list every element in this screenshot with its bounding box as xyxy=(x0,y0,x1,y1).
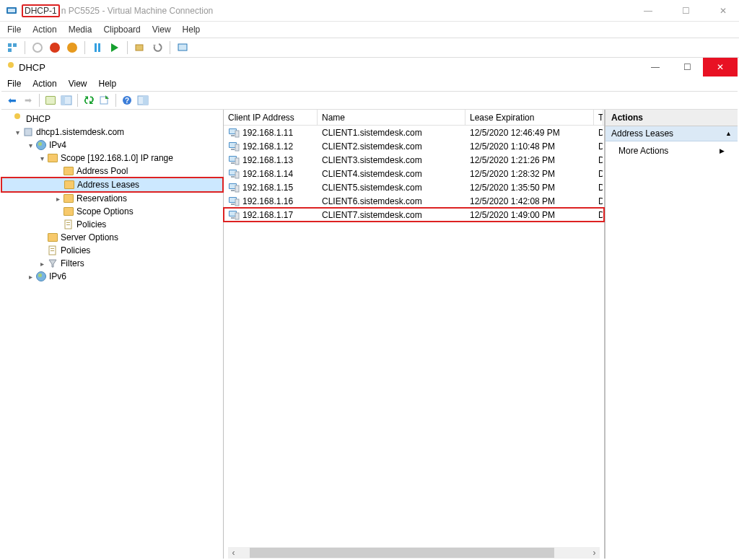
tree-filters[interactable]: ▸Filters xyxy=(1,257,223,270)
svg-rect-28 xyxy=(235,144,239,151)
vm-app-icon xyxy=(6,5,17,17)
start-gray-icon[interactable] xyxy=(31,41,44,54)
dhcp-menu-action[interactable]: Action xyxy=(32,79,56,89)
ctrl-alt-del-icon[interactable] xyxy=(6,41,19,54)
dhcp-window: DHCP — ☐ ✕ File Action View Help ⬅ ➡ 🗘 ?… xyxy=(1,58,738,559)
lease-ip: 192.168.1.16 xyxy=(242,196,293,206)
pause-icon[interactable] xyxy=(91,41,104,54)
tree-scope-policies[interactable]: Policies xyxy=(1,218,223,231)
tree-ipv4[interactable]: ▾IPv4 xyxy=(1,139,223,152)
list-panel: Client IP Address Name Lease Expiration … xyxy=(224,110,605,559)
up-icon[interactable] xyxy=(44,94,57,107)
column-header-trunc[interactable]: T xyxy=(594,110,603,125)
actions-subheader[interactable]: Address Leases ▲ xyxy=(605,126,738,141)
actions-more-label: More Actions xyxy=(618,146,668,156)
turnoff-icon[interactable] xyxy=(48,41,61,54)
scroll-left-icon[interactable]: ‹ xyxy=(228,548,239,558)
svg-rect-35 xyxy=(231,176,235,178)
tree-scope-options-label: Scope Options xyxy=(76,206,134,216)
svg-rect-47 xyxy=(231,217,235,219)
dhcp-menu-file[interactable]: File xyxy=(7,79,21,89)
dhcp-menubar: File Action View Help xyxy=(1,76,738,91)
tree-reservations-label: Reservations xyxy=(76,193,127,204)
refresh-icon[interactable]: 🗘 xyxy=(82,94,95,107)
lease-row[interactable]: 192.168.1.16CLIENT6.sistemdesk.com12/5/2… xyxy=(224,194,604,208)
lease-ip: 192.168.1.12 xyxy=(242,141,293,152)
dhcp-toolbar: ⬅ ➡ 🗘 ? xyxy=(1,91,738,110)
dhcp-menu-view[interactable]: View xyxy=(69,79,87,89)
tree-server-options[interactable]: Server Options xyxy=(1,231,223,244)
lease-expiration: 12/5/2020 12:46:49 PM xyxy=(470,128,560,138)
tree-policies-label: Policies xyxy=(61,245,90,255)
svg-rect-40 xyxy=(235,185,239,192)
shutdown-icon[interactable] xyxy=(66,41,79,54)
column-header-ip[interactable]: Client IP Address xyxy=(224,110,318,125)
svg-rect-4 xyxy=(8,48,12,52)
lease-ip: 192.168.1.14 xyxy=(242,169,293,179)
vm-menu-media[interactable]: Media xyxy=(69,25,92,35)
scroll-thumb[interactable] xyxy=(250,548,554,558)
computer-icon xyxy=(228,183,240,193)
vm-menu-view[interactable]: View xyxy=(152,25,171,35)
vm-close-button[interactable]: ✕ xyxy=(713,6,733,16)
vm-menu-action[interactable]: Action xyxy=(32,25,56,35)
tree-reservations[interactable]: ▸Reservations xyxy=(1,192,223,205)
vm-maximize-button[interactable]: ☐ xyxy=(675,6,696,16)
lease-name: CLIENT1.sistemdesk.com xyxy=(322,128,422,138)
scroll-right-icon[interactable]: › xyxy=(589,548,600,558)
checkpoint-icon[interactable] xyxy=(134,41,147,54)
tree-scope-options[interactable]: Scope Options xyxy=(1,205,223,218)
column-header-lease[interactable]: Lease Expiration xyxy=(465,110,594,125)
lease-end-trunc: D xyxy=(598,155,603,165)
vm-menu-file[interactable]: File xyxy=(7,25,21,35)
forward-icon[interactable]: ➡ xyxy=(22,94,35,107)
properties-icon[interactable] xyxy=(136,94,149,107)
vm-minimize-button[interactable]: — xyxy=(638,6,658,16)
vm-title-rest: n PC5525 - Virtual Machine Connection xyxy=(61,6,214,16)
tree-policies[interactable]: Policies xyxy=(1,244,223,257)
tree-root-dhcp[interactable]: DHCP xyxy=(1,113,223,126)
tree-address-leases[interactable]: Address Leases xyxy=(1,178,223,192)
horizontal-scrollbar[interactable]: ‹ › xyxy=(228,547,600,559)
tree-scope[interactable]: ▾Scope [192.168.1.0] IP range xyxy=(1,152,223,165)
dhcp-maximize-button[interactable]: ☐ xyxy=(671,58,703,76)
help-icon[interactable]: ? xyxy=(121,94,134,107)
revert-icon[interactable] xyxy=(151,41,164,54)
dhcp-menu-help[interactable]: Help xyxy=(99,79,117,89)
lease-row[interactable]: 192.168.1.12CLIENT2.sistemdesk.com12/5/2… xyxy=(224,139,604,153)
lease-row[interactable]: 192.168.1.14CLIENT4.sistemdesk.com12/5/2… xyxy=(224,167,604,180)
svg-rect-6 xyxy=(178,44,187,51)
list-header: Client IP Address Name Lease Expiration … xyxy=(224,110,604,126)
show-hide-tree-icon[interactable] xyxy=(60,94,73,107)
lease-expiration: 12/5/2020 1:49:00 PM xyxy=(470,210,555,220)
dhcp-minimize-button[interactable]: — xyxy=(639,58,671,76)
lease-row[interactable]: 192.168.1.15CLIENT5.sistemdesk.com12/5/2… xyxy=(224,180,604,194)
actions-panel: Actions Address Leases ▲ More Actions ▶ xyxy=(605,110,738,559)
svg-rect-27 xyxy=(231,149,235,150)
svg-rect-44 xyxy=(235,199,239,206)
column-header-name[interactable]: Name xyxy=(318,110,465,125)
actions-more[interactable]: More Actions ▶ xyxy=(605,141,738,160)
back-icon[interactable]: ⬅ xyxy=(6,94,19,107)
tree-address-pool-label: Address Pool xyxy=(76,166,128,176)
computer-icon xyxy=(228,210,240,220)
lease-row[interactable]: 192.168.1.13CLIENT3.sistemdesk.com12/5/2… xyxy=(224,153,604,167)
tree-ipv6[interactable]: ▸IPv6 xyxy=(1,270,223,283)
vm-menu-help[interactable]: Help xyxy=(183,25,201,35)
svg-rect-5 xyxy=(136,45,143,51)
export-list-icon[interactable] xyxy=(98,94,111,107)
dhcp-close-button[interactable]: ✕ xyxy=(703,58,738,76)
lease-row[interactable]: 192.168.1.11CLIENT1.sistemdesk.com12/5/2… xyxy=(224,126,604,139)
tree-address-pool[interactable]: Address Pool xyxy=(1,165,223,178)
computer-icon xyxy=(228,155,240,165)
list-rows: 192.168.1.11CLIENT1.sistemdesk.com12/5/2… xyxy=(224,126,604,559)
enhanced-session-icon[interactable] xyxy=(176,41,189,54)
svg-rect-13 xyxy=(143,96,148,105)
tree-server[interactable]: ▾dhcp1.sistemdesk.com xyxy=(1,126,223,139)
computer-icon xyxy=(228,196,240,206)
lease-row[interactable]: 192.168.1.17CLIENT7.sistemdesk.com12/5/2… xyxy=(224,208,604,222)
vm-menu-clipboard[interactable]: Clipboard xyxy=(103,25,140,35)
lease-ip: 192.168.1.11 xyxy=(242,128,293,138)
lease-end-trunc: D xyxy=(598,210,603,220)
play-icon[interactable] xyxy=(108,41,121,54)
